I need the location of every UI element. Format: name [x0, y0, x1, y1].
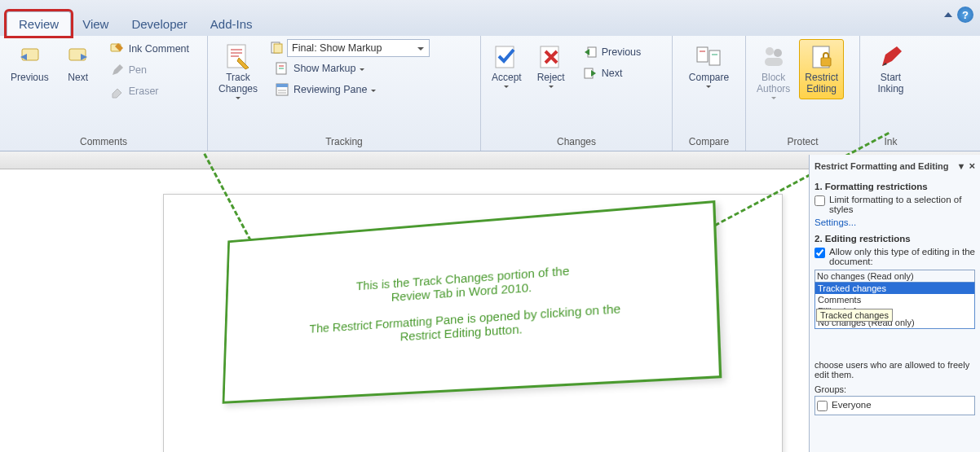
- tab-review[interactable]: Review: [7, 11, 71, 36]
- block-authors-button[interactable]: Block Authors: [751, 39, 796, 103]
- restrict-editing-button[interactable]: Restrict Editing: [799, 39, 844, 99]
- eraser-button[interactable]: Eraser: [105, 81, 194, 101]
- next-comment-icon: [64, 43, 92, 71]
- chevron-down-icon: [549, 86, 554, 88]
- allow-only-input[interactable]: [814, 248, 825, 258]
- previous-change-button[interactable]: Previous: [578, 42, 647, 62]
- reviewing-pane-label: Reviewing Pane: [294, 84, 367, 95]
- svg-point-25: [774, 49, 782, 57]
- ink-comment-label: Ink Comment: [129, 43, 189, 55]
- show-markup-label: Show Markup: [294, 63, 355, 74]
- svg-rect-13: [276, 84, 288, 87]
- block-authors-icon: [760, 43, 788, 71]
- everyone-label: Everyone: [832, 400, 872, 410]
- next-change-button[interactable]: Next: [578, 64, 647, 83]
- editing-type-value: No changes (Read only): [817, 271, 914, 281]
- formatting-restrictions-header: 1. Formatting restrictions: [814, 182, 975, 191]
- tab-view[interactable]: View: [71, 12, 120, 36]
- chevron-down-icon: [371, 90, 376, 92]
- reject-icon: [537, 43, 565, 71]
- compare-group-label: Compare: [678, 134, 740, 149]
- dropdown-tooltip: Tracked changes: [816, 309, 893, 322]
- block-authors-label: Block Authors: [757, 72, 790, 95]
- tracking-group-label: Tracking: [213, 134, 475, 149]
- limit-formatting-input[interactable]: [814, 195, 825, 206]
- help-icon[interactable]: ?: [957, 7, 973, 23]
- pen-icon: [110, 63, 125, 77]
- display-for-review-icon: [270, 41, 285, 55]
- show-markup-icon: [275, 61, 289, 76]
- allow-only-label: Allow only this type of editing in the d…: [829, 247, 975, 266]
- svg-rect-8: [274, 44, 282, 53]
- tab-developer[interactable]: Developer: [120, 12, 198, 36]
- limit-formatting-label: Limit formatting to a selection of style…: [829, 195, 975, 214]
- settings-link[interactable]: Settings...: [814, 217, 975, 227]
- start-inking-icon: [877, 43, 905, 71]
- reviewing-pane-icon: [275, 82, 289, 97]
- allow-only-checkbox[interactable]: Allow only this type of editing in the d…: [814, 247, 975, 266]
- accept-button[interactable]: Accept: [486, 39, 528, 92]
- comments-group-label: Comments: [5, 134, 202, 149]
- previous-comment-button[interactable]: Previous: [5, 39, 55, 88]
- restrict-formatting-pane: Restrict Formatting and Editing ▼ × 1. F…: [809, 155, 980, 452]
- minimize-ribbon-icon[interactable]: [944, 12, 952, 17]
- compare-icon: [695, 43, 722, 71]
- exceptions-text: choose users who are allowed to freely e…: [814, 360, 975, 380]
- everyone-input[interactable]: [817, 401, 828, 411]
- next-comment-button[interactable]: Next: [58, 39, 99, 88]
- eraser-icon: [110, 84, 125, 99]
- restrict-editing-icon: [808, 43, 836, 71]
- svg-rect-20: [697, 47, 708, 62]
- protect-group-label: Protect: [751, 134, 854, 149]
- pen-label: Pen: [129, 64, 147, 76]
- dropdown-option[interactable]: Tracked changes: [815, 283, 974, 294]
- accept-label: Accept: [492, 72, 522, 83]
- reject-label: Reject: [537, 72, 565, 83]
- track-changes-label: Track Changes: [219, 72, 258, 95]
- restrict-editing-label: Restrict Editing: [805, 72, 838, 95]
- next-change-icon: [583, 66, 598, 81]
- pane-title: Restrict Formatting and Editing: [814, 161, 948, 171]
- changes-group-label: Changes: [486, 134, 667, 149]
- everyone-checkbox[interactable]: Everyone: [817, 400, 973, 411]
- svg-point-24: [766, 47, 774, 55]
- ribbon: Previous Next Ink Comment: [0, 36, 980, 151]
- reject-button[interactable]: Reject: [531, 39, 572, 92]
- limit-formatting-checkbox[interactable]: Limit formatting to a selection of style…: [814, 195, 975, 214]
- chevron-down-icon: [706, 86, 711, 88]
- previous-comment-icon: [15, 43, 43, 71]
- reviewing-pane-button[interactable]: Reviewing Pane: [270, 80, 430, 99]
- start-inking-button[interactable]: Start Inking: [871, 39, 912, 99]
- tab-addins[interactable]: Add-Ins: [199, 12, 264, 36]
- groups-label: Groups:: [814, 384, 975, 394]
- show-markup-button[interactable]: Show Markup: [270, 59, 430, 78]
- compare-button[interactable]: Compare: [683, 39, 735, 92]
- eraser-label: Eraser: [129, 86, 159, 97]
- display-for-review-value: Final: Show Markup: [292, 42, 382, 54]
- next-change-label: Next: [602, 68, 623, 79]
- chevron-down-icon: [236, 97, 241, 99]
- ink-comment-icon: [110, 42, 125, 56]
- ribbon-tabs: Review View Developer Add-Ins ?: [0, 0, 980, 36]
- svg-rect-26: [765, 58, 783, 66]
- ink-comment-button[interactable]: Ink Comment: [105, 39, 194, 59]
- editing-type-dropdown[interactable]: Tracked changes Comments Filling in form…: [814, 282, 975, 329]
- accept-icon: [492, 43, 520, 71]
- previous-change-label: Previous: [602, 46, 642, 58]
- editing-restrictions-header: 2. Editing restrictions: [814, 234, 975, 244]
- start-inking-label: Start Inking: [877, 72, 903, 95]
- dropdown-option[interactable]: Comments: [815, 294, 974, 305]
- editing-type-select[interactable]: No changes (Read only): [814, 270, 975, 283]
- track-changes-icon: [224, 43, 252, 71]
- groups-list[interactable]: Everyone: [814, 396, 975, 415]
- chevron-down-icon: [771, 97, 776, 99]
- display-for-review-select[interactable]: Final: Show Markup: [287, 39, 430, 57]
- pane-dropdown-icon[interactable]: ▼: [957, 161, 966, 171]
- chevron-down-icon: [504, 86, 509, 88]
- previous-change-icon: [583, 45, 598, 59]
- pen-button[interactable]: Pen: [105, 60, 194, 80]
- chevron-down-icon: [360, 68, 364, 71]
- close-icon[interactable]: ×: [969, 160, 975, 172]
- svg-rect-21: [709, 50, 720, 65]
- track-changes-button[interactable]: Track Changes: [213, 39, 263, 103]
